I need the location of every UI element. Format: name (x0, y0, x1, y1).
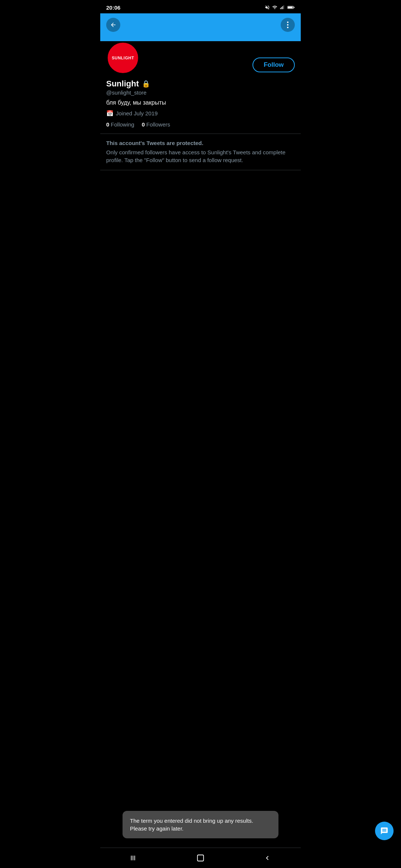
signal-icon (280, 5, 286, 10)
status-bar: 20:06 (100, 0, 301, 13)
avatar-row: SUNLIGHT Follow (106, 41, 295, 75)
svg-rect-6 (288, 7, 293, 9)
wifi-icon (272, 5, 278, 10)
svg-rect-7 (131, 856, 132, 861)
avatar-text: SUNLIGHT (112, 56, 134, 60)
profile-section: SUNLIGHT Follow Sunlight 🔒 @sunlight_sto… (100, 41, 301, 134)
bio: бля буду, мы закрыты (106, 99, 295, 106)
display-name-row: Sunlight 🔒 (106, 79, 295, 89)
nav-home-button[interactable] (189, 850, 212, 866)
calendar-icon: 📅 (106, 110, 114, 117)
following-label: Following (111, 121, 134, 128)
toast-message: The term you entered did not bring up an… (130, 818, 253, 832)
svg-rect-1 (281, 7, 282, 9)
svg-rect-8 (133, 856, 133, 861)
joined-row: 📅 Joined July 2019 (106, 110, 295, 117)
username: @sunlight_store (106, 89, 295, 96)
toast-notification: The term you entered did not bring up an… (123, 811, 278, 838)
lock-icon: 🔒 (142, 80, 150, 88)
avatar: SUNLIGHT (106, 41, 140, 75)
nav-back-button[interactable] (256, 850, 279, 866)
protected-notice-body: Only confirmed followers have access to … (106, 148, 295, 164)
more-dot (287, 22, 288, 23)
back-button[interactable] (106, 18, 120, 32)
status-time: 20:06 (106, 4, 120, 11)
content-area (100, 170, 301, 356)
display-name: Sunlight (106, 79, 139, 89)
svg-rect-0 (280, 8, 281, 9)
protected-notice-title: This account's Tweets are protected. (106, 140, 295, 146)
svg-rect-3 (283, 5, 284, 9)
status-icons (265, 5, 295, 10)
more-dot (287, 27, 288, 28)
svg-rect-2 (282, 6, 283, 9)
followers-stat[interactable]: 0 Followers (142, 121, 170, 128)
following-stat[interactable]: 0 Following (106, 121, 134, 128)
following-count: 0 (106, 121, 109, 128)
more-dot (287, 24, 288, 26)
svg-rect-10 (198, 855, 204, 861)
battery-icon (287, 5, 295, 10)
mute-icon (265, 5, 270, 10)
svg-rect-9 (134, 856, 135, 861)
protected-notice: This account's Tweets are protected. Onl… (100, 134, 301, 170)
joined-text: Joined July 2019 (116, 110, 158, 116)
bottom-nav (100, 848, 301, 868)
nav-menu-button[interactable] (122, 850, 145, 866)
more-options-button[interactable] (281, 18, 295, 32)
svg-rect-5 (294, 7, 294, 8)
follow-button[interactable]: Follow (252, 57, 295, 72)
followers-count: 0 (142, 121, 145, 128)
followers-label: Followers (146, 121, 170, 128)
stats-row: 0 Following 0 Followers (106, 121, 295, 128)
